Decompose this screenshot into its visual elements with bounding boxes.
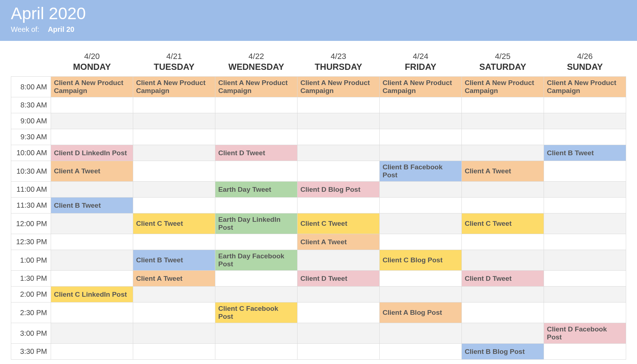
empty-cell[interactable]: [544, 302, 626, 323]
event-cell[interactable]: Client C Tweet: [133, 213, 215, 234]
event-cell[interactable]: Client D Tweet: [298, 271, 380, 287]
empty-cell[interactable]: [51, 113, 133, 129]
event-cell[interactable]: Client A New Product Campaign: [51, 77, 133, 97]
empty-cell[interactable]: [298, 97, 380, 113]
empty-cell[interactable]: [51, 250, 133, 271]
event-cell[interactable]: Client A New Product Campaign: [215, 77, 298, 97]
empty-cell[interactable]: [462, 198, 544, 213]
empty-cell[interactable]: [133, 323, 215, 344]
event-cell[interactable]: Client A Tweet: [462, 161, 544, 182]
empty-cell[interactable]: [215, 323, 298, 344]
empty-cell[interactable]: [133, 161, 215, 182]
empty-cell[interactable]: [544, 271, 626, 287]
event-cell[interactable]: Client C Tweet: [298, 213, 380, 234]
empty-cell[interactable]: [51, 97, 133, 113]
empty-cell[interactable]: [133, 302, 215, 323]
empty-cell[interactable]: [215, 97, 298, 113]
empty-cell[interactable]: [544, 198, 626, 213]
empty-cell[interactable]: [462, 145, 544, 161]
empty-cell[interactable]: [298, 302, 380, 323]
event-cell[interactable]: Client C LinkedIn Post: [51, 287, 133, 302]
event-cell[interactable]: Client C Tweet: [462, 213, 544, 234]
empty-cell[interactable]: [215, 234, 298, 250]
empty-cell[interactable]: [544, 97, 626, 113]
event-cell[interactable]: Client B Blog Post: [462, 344, 544, 360]
event-cell[interactable]: Client D Tweet: [215, 145, 298, 161]
empty-cell[interactable]: [544, 344, 626, 360]
empty-cell[interactable]: [51, 271, 133, 287]
empty-cell[interactable]: [380, 198, 462, 213]
empty-cell[interactable]: [544, 129, 626, 145]
empty-cell[interactable]: [133, 113, 215, 129]
empty-cell[interactable]: [298, 323, 380, 344]
empty-cell[interactable]: [462, 182, 544, 198]
empty-cell[interactable]: [544, 113, 626, 129]
empty-cell[interactable]: [215, 161, 298, 182]
event-cell[interactable]: Client A Tweet: [133, 271, 215, 287]
empty-cell[interactable]: [215, 271, 298, 287]
empty-cell[interactable]: [298, 344, 380, 360]
empty-cell[interactable]: [462, 113, 544, 129]
empty-cell[interactable]: [215, 129, 298, 145]
empty-cell[interactable]: [133, 129, 215, 145]
empty-cell[interactable]: [51, 213, 133, 234]
empty-cell[interactable]: [133, 182, 215, 198]
event-cell[interactable]: Client B Tweet: [133, 250, 215, 271]
empty-cell[interactable]: [51, 302, 133, 323]
empty-cell[interactable]: [133, 234, 215, 250]
event-cell[interactable]: Client B Tweet: [544, 145, 626, 161]
empty-cell[interactable]: [51, 234, 133, 250]
event-cell[interactable]: Client A New Product Campaign: [544, 77, 626, 97]
empty-cell[interactable]: [380, 97, 462, 113]
empty-cell[interactable]: [215, 344, 298, 360]
empty-cell[interactable]: [298, 198, 380, 213]
empty-cell[interactable]: [380, 234, 462, 250]
event-cell[interactable]: Earth Day Facebook Post: [215, 250, 298, 271]
empty-cell[interactable]: [462, 323, 544, 344]
empty-cell[interactable]: [380, 344, 462, 360]
empty-cell[interactable]: [544, 182, 626, 198]
empty-cell[interactable]: [380, 145, 462, 161]
event-cell[interactable]: Client C Facebook Post: [215, 302, 298, 323]
empty-cell[interactable]: [462, 129, 544, 145]
empty-cell[interactable]: [462, 287, 544, 302]
empty-cell[interactable]: [462, 234, 544, 250]
event-cell[interactable]: Client D Facebook Post: [544, 323, 626, 344]
event-cell[interactable]: Client A Blog Post: [380, 302, 462, 323]
empty-cell[interactable]: [380, 113, 462, 129]
empty-cell[interactable]: [215, 198, 298, 213]
empty-cell[interactable]: [298, 113, 380, 129]
empty-cell[interactable]: [544, 234, 626, 250]
empty-cell[interactable]: [215, 113, 298, 129]
event-cell[interactable]: Client D LinkedIn Post: [51, 145, 133, 161]
empty-cell[interactable]: [133, 344, 215, 360]
empty-cell[interactable]: [298, 287, 380, 302]
event-cell[interactable]: Client B Facebook Post: [380, 161, 462, 182]
empty-cell[interactable]: [462, 302, 544, 323]
empty-cell[interactable]: [133, 97, 215, 113]
empty-cell[interactable]: [380, 182, 462, 198]
event-cell[interactable]: Client A New Product Campaign: [298, 77, 380, 97]
event-cell[interactable]: Client A New Product Campaign: [133, 77, 215, 97]
empty-cell[interactable]: [133, 198, 215, 213]
empty-cell[interactable]: [544, 213, 626, 234]
empty-cell[interactable]: [298, 161, 380, 182]
event-cell[interactable]: Client A New Product Campaign: [380, 77, 462, 97]
event-cell[interactable]: Client A Tweet: [298, 234, 380, 250]
event-cell[interactable]: Client B Tweet: [51, 198, 133, 213]
empty-cell[interactable]: [215, 287, 298, 302]
empty-cell[interactable]: [380, 213, 462, 234]
empty-cell[interactable]: [298, 145, 380, 161]
empty-cell[interactable]: [380, 287, 462, 302]
empty-cell[interactable]: [133, 145, 215, 161]
event-cell[interactable]: Client C Blog Post: [380, 250, 462, 271]
empty-cell[interactable]: [544, 287, 626, 302]
empty-cell[interactable]: [462, 250, 544, 271]
event-cell[interactable]: Client D Tweet: [462, 271, 544, 287]
empty-cell[interactable]: [462, 97, 544, 113]
empty-cell[interactable]: [544, 250, 626, 271]
event-cell[interactable]: Earth Day LinkedIn Post: [215, 213, 298, 234]
empty-cell[interactable]: [544, 161, 626, 182]
event-cell[interactable]: Earth Day Tweet: [215, 182, 298, 198]
empty-cell[interactable]: [51, 344, 133, 360]
